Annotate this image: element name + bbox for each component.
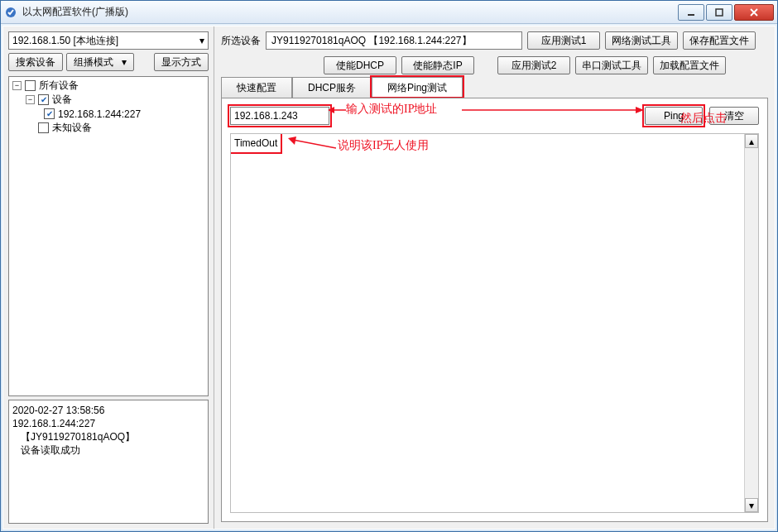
window-title: 以太网配置软件(广播版) <box>22 5 676 19</box>
minimize-button[interactable] <box>678 4 704 21</box>
ping-ip-input[interactable]: 192.168.1.243 <box>230 107 329 125</box>
svg-rect-1 <box>688 14 694 16</box>
chevron-down-icon: ▾ <box>199 35 204 46</box>
app-icon <box>4 6 17 19</box>
log-line: 192.168.1.244:227 <box>12 418 95 429</box>
ping-output[interactable]: TimedOut ▴ ▾ <box>230 133 759 513</box>
titlebar: 以太网配置软件(广播版) <box>1 1 777 24</box>
annotation-arrow-timeout <box>286 137 336 153</box>
svg-line-7 <box>293 140 336 148</box>
vertical-scrollbar[interactable]: ▴ ▾ <box>744 134 758 512</box>
annotation-enter-ip: 输入测试的IP地址 <box>346 102 437 117</box>
annotation-then-click: 然后点击 <box>680 111 727 126</box>
scroll-up-icon[interactable]: ▴ <box>745 134 758 148</box>
adapter-combo[interactable]: 192.168.1.50 [本地连接] ▾ <box>8 31 209 50</box>
log-line: 2020-02-27 13:58:56 <box>12 405 104 416</box>
scroll-down-icon[interactable]: ▾ <box>745 498 758 512</box>
tabs: 快速配置 DHCP服务 网络Ping测试 <box>221 76 768 98</box>
ping-output-line: TimedOut <box>234 137 277 149</box>
enable-static-ip-button[interactable]: 使能静态IP <box>401 56 474 74</box>
top-row-2: 使能DHCP 使能静态IP 应用测试2 串口测试工具 加载配置文件 <box>214 51 775 76</box>
right-panel: 所选设备 JY9119270181qAOQ 【192.168.1.244:227… <box>214 26 775 529</box>
selected-device-label: 所选设备 <box>221 34 261 48</box>
save-config-button[interactable]: 保存配置文件 <box>683 31 756 50</box>
checkbox-checked-icon[interactable]: ✔ <box>38 94 49 105</box>
close-button[interactable] <box>734 4 774 21</box>
checkbox-checked-icon[interactable]: ✔ <box>44 108 55 119</box>
chevron-down-icon: ▾ <box>122 56 127 68</box>
network-test-tool-button[interactable]: 网络测试工具 <box>605 31 678 50</box>
left-top-controls: 192.168.1.50 [本地连接] ▾ 搜索设备 组播模式▾ 显示方式 <box>3 26 214 76</box>
ping-tab-page: 192.168.1.243 Ping 清空 TimedOut <box>221 98 768 522</box>
collapse-icon[interactable]: − <box>12 81 22 90</box>
app-window: 以太网配置软件(广播版) 192.168.1.50 [本地连接] ▾ 搜索设备 … <box>0 0 778 532</box>
tree-node-unknown[interactable]: 未知设备 <box>9 121 208 135</box>
checkbox-unchecked-icon[interactable] <box>25 80 36 91</box>
annotation-box-ip <box>228 104 332 127</box>
load-config-button[interactable]: 加载配置文件 <box>653 56 726 74</box>
tree-node-devices[interactable]: − ✔ 设备 <box>9 93 208 107</box>
selected-device-box: JY9119270181qAOQ 【192.168.1.244:227】 <box>266 31 522 50</box>
maximize-button[interactable] <box>706 4 732 21</box>
annotation-box-tab <box>370 75 464 98</box>
enable-dhcp-button[interactable]: 使能DHCP <box>324 56 396 74</box>
tree-device-0[interactable]: ✔ 192.168.1.244:227 <box>9 107 208 121</box>
serial-test-tool-button[interactable]: 串口测试工具 <box>575 56 648 74</box>
annotation-box-timeout <box>230 133 282 154</box>
multicast-mode-button[interactable]: 组播模式▾ <box>66 53 134 71</box>
client-area: 192.168.1.50 [本地连接] ▾ 搜索设备 组播模式▾ 显示方式 − … <box>2 26 776 530</box>
device-tree[interactable]: − 所有设备 − ✔ 设备 ✔ 192.168.1.244:227 未知设备 <box>8 76 209 396</box>
adapter-combo-value: 192.168.1.50 [本地连接] <box>12 34 118 48</box>
window-buttons <box>676 4 774 21</box>
collapse-icon[interactable]: − <box>26 95 35 104</box>
search-devices-button[interactable]: 搜索设备 <box>8 53 63 71</box>
checkbox-unchecked-icon[interactable] <box>38 122 49 133</box>
annotation-arrow-ping <box>462 105 644 115</box>
tab-dhcp-service[interactable]: DHCP服务 <box>292 77 372 98</box>
log-output[interactable]: 2020-02-27 13:58:56 192.168.1.244:227 【J… <box>8 400 209 524</box>
annotation-arrow-ip <box>328 105 346 115</box>
svg-marker-6 <box>636 107 644 113</box>
log-line: 设备读取成功 <box>12 444 80 456</box>
svg-rect-2 <box>716 9 723 16</box>
top-row-1: 所选设备 JY9119270181qAOQ 【192.168.1.244:227… <box>214 26 775 51</box>
svg-marker-4 <box>328 107 334 113</box>
annotation-ip-unused: 说明该IP无人使用 <box>338 138 429 153</box>
svg-marker-8 <box>288 137 296 145</box>
tree-root-all[interactable]: − 所有设备 <box>9 79 208 93</box>
scroll-track[interactable] <box>745 148 758 498</box>
tab-ping-test[interactable]: 网络Ping测试 <box>372 77 463 98</box>
app-test-1-button[interactable]: 应用测试1 <box>527 31 600 50</box>
log-line: 【JY9119270181qAOQ】 <box>12 431 135 443</box>
display-mode-button[interactable]: 显示方式 <box>154 53 209 71</box>
app-test-2-button[interactable]: 应用测试2 <box>497 56 570 74</box>
left-panel: 192.168.1.50 [本地连接] ▾ 搜索设备 组播模式▾ 显示方式 − … <box>3 26 214 529</box>
tab-quick-config[interactable]: 快速配置 <box>221 77 292 98</box>
